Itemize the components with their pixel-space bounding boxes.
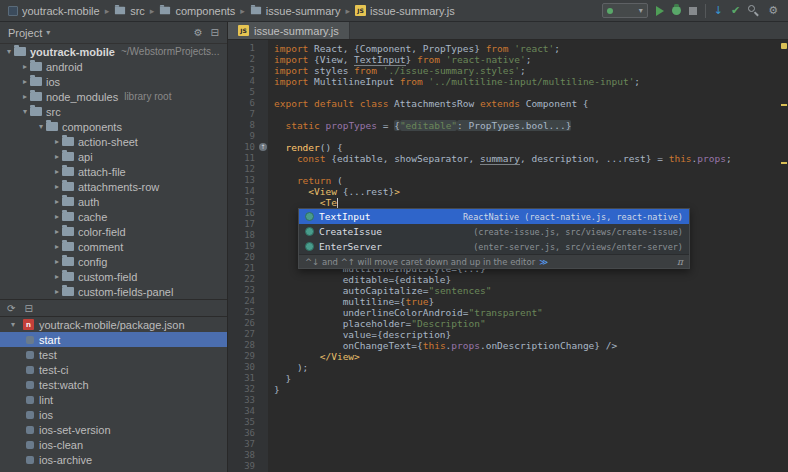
chevron-expanded-icon[interactable]: ▾: [20, 107, 30, 116]
hint-more-link[interactable]: ≫: [539, 257, 548, 267]
chevron-expanded-icon[interactable]: ▾: [8, 320, 18, 329]
code-line[interactable]: import styles from './issue-summary.styl…: [274, 65, 788, 76]
code-line[interactable]: render() {: [274, 142, 788, 153]
code-line[interactable]: }: [274, 373, 788, 384]
project-tree-item[interactable]: ▸cache: [0, 209, 227, 224]
code-line[interactable]: [274, 87, 788, 98]
npm-script-item[interactable]: test-ci: [0, 362, 227, 377]
stop-button[interactable]: [689, 7, 697, 15]
npm-script-item[interactable]: ios: [0, 407, 227, 422]
completion-item[interactable]: TextInputReactNative (react-native.js, r…: [299, 209, 689, 224]
project-tree-item[interactable]: ▸node_moduleslibrary root: [0, 89, 227, 104]
code-line[interactable]: return (: [274, 175, 788, 186]
code-line[interactable]: [274, 450, 788, 461]
project-tree-item[interactable]: ▸action-sheet: [0, 134, 227, 149]
code-line[interactable]: [274, 439, 788, 450]
project-tree-item[interactable]: ▸android: [0, 59, 227, 74]
project-tree-item[interactable]: ▸custom-fields-panel: [0, 284, 227, 299]
project-tree-item[interactable]: ▸ios: [0, 74, 227, 89]
code-line[interactable]: import MultilineInput from '../multiline…: [274, 76, 788, 87]
tab-issue-summary-js[interactable]: JS issue-summary.js: [228, 22, 350, 39]
run-config-dropdown[interactable]: ▾: [602, 3, 648, 18]
code-line[interactable]: import {View, TextInput} from 'react-nat…: [274, 54, 788, 65]
chevron-collapsed-icon[interactable]: ▸: [52, 227, 62, 236]
code-line[interactable]: value={description}: [274, 329, 788, 340]
code-line[interactable]: placeholder="Description": [274, 318, 788, 329]
code-line[interactable]: editable={editable}: [274, 274, 788, 285]
settings-gear-icon[interactable]: ⚙: [768, 5, 778, 16]
project-tree-item[interactable]: ▸attachments-row: [0, 179, 227, 194]
hide-panel-icon[interactable]: ⊟: [211, 27, 219, 38]
code-line[interactable]: [274, 406, 788, 417]
project-panel-header[interactable]: Project ▾ ⚙ ⊟: [0, 22, 227, 44]
chevron-collapsed-icon[interactable]: ▸: [52, 257, 62, 266]
completion-item[interactable]: EnterServer(enter-server.js, src/views/e…: [299, 239, 689, 254]
npm-script-item[interactable]: ios-archive: [0, 452, 227, 467]
completion-item[interactable]: CreateIssue(create-issue.js, src/views/c…: [299, 224, 689, 239]
code-line[interactable]: const {editable, showSeparator, summary,…: [274, 153, 788, 164]
code-line[interactable]: [274, 461, 788, 472]
breadcrumb-item[interactable]: src: [112, 5, 147, 17]
code-line[interactable]: multiline={true}: [274, 296, 788, 307]
project-tree-item[interactable]: ▸config: [0, 254, 227, 269]
vcs-commit-icon[interactable]: ✔: [731, 5, 740, 16]
npm-script-item[interactable]: lint: [0, 392, 227, 407]
npm-script-item[interactable]: ios-set-version: [0, 422, 227, 437]
code-line[interactable]: import React, {Component, PropTypes} fro…: [274, 43, 788, 54]
refresh-icon[interactable]: ⟳: [7, 303, 15, 314]
code-line[interactable]: );: [274, 362, 788, 373]
project-tree-item[interactable]: ▸attach-file: [0, 164, 227, 179]
npm-package-root[interactable]: ▾nyoutrack-mobile/package.json: [0, 317, 227, 332]
error-stripe[interactable]: [780, 40, 788, 472]
code-line[interactable]: static propTypes = {"editable": PropType…: [274, 120, 788, 131]
project-tree-item[interactable]: ▾src: [0, 104, 227, 119]
chevron-collapsed-icon[interactable]: ▸: [52, 167, 62, 176]
breadcrumb-item[interactable]: components: [157, 5, 237, 17]
breadcrumb-item[interactable]: youtrack-mobile: [6, 5, 102, 17]
project-tree-item[interactable]: ▸auth: [0, 194, 227, 209]
collapse-all-icon[interactable]: ⊟: [24, 303, 32, 314]
project-tree-item[interactable]: ▸custom-field: [0, 269, 227, 284]
warning-mark[interactable]: [781, 104, 787, 106]
project-tree-item[interactable]: ▾youtrack-mobile~/WebstormProjects...: [0, 44, 227, 59]
npm-script-item[interactable]: ios-clean: [0, 437, 227, 452]
chevron-collapsed-icon[interactable]: ▸: [52, 212, 62, 221]
code-line[interactable]: [274, 131, 788, 142]
npm-script-item[interactable]: start: [0, 332, 227, 347]
chevron-collapsed-icon[interactable]: ▸: [52, 272, 62, 281]
code-line[interactable]: [274, 164, 788, 175]
debug-button[interactable]: [672, 6, 681, 15]
breadcrumb-item[interactable]: issue-summary: [248, 5, 343, 17]
pi-sort-icon[interactable]: π: [677, 257, 683, 267]
warning-mark[interactable]: [781, 162, 787, 164]
project-tree-item[interactable]: ▸color-field: [0, 224, 227, 239]
project-tree-item[interactable]: ▾components: [0, 119, 227, 134]
code-line[interactable]: onChangeText={this.props.onDescriptionCh…: [274, 340, 788, 351]
chevron-collapsed-icon[interactable]: ▸: [20, 77, 30, 86]
project-tree-item[interactable]: ▸comment: [0, 239, 227, 254]
chevron-expanded-icon[interactable]: ▾: [36, 122, 46, 131]
code-line[interactable]: [274, 417, 788, 428]
chevron-expanded-icon[interactable]: ▾: [4, 47, 14, 56]
gear-icon[interactable]: ⚙: [194, 27, 203, 38]
code-line[interactable]: </View>: [274, 351, 788, 362]
code-line[interactable]: }: [274, 384, 788, 395]
search-everywhere-icon[interactable]: [748, 5, 760, 17]
breadcrumb-item[interactable]: JSissue-summary.js: [353, 5, 457, 17]
code-line[interactable]: export default class AttachmentsRow exte…: [274, 98, 788, 109]
chevron-collapsed-icon[interactable]: ▸: [52, 197, 62, 206]
project-tree-item[interactable]: ▸api: [0, 149, 227, 164]
code-line[interactable]: underlineColorAndroid="transparent": [274, 307, 788, 318]
npm-script-item[interactable]: test:watch: [0, 377, 227, 392]
chevron-collapsed-icon[interactable]: ▸: [52, 152, 62, 161]
chevron-collapsed-icon[interactable]: ▸: [52, 182, 62, 191]
code-line[interactable]: [274, 395, 788, 406]
code-line[interactable]: autoCapitalize="sentences": [274, 285, 788, 296]
chevron-collapsed-icon[interactable]: ▸: [52, 242, 62, 251]
chevron-collapsed-icon[interactable]: ▸: [20, 92, 30, 101]
npm-script-item[interactable]: test: [0, 347, 227, 362]
code-line[interactable]: [274, 428, 788, 439]
code-line[interactable]: [274, 109, 788, 120]
vcs-update-icon[interactable]: ↓: [714, 5, 723, 16]
code-line[interactable]: <View {...rest}>: [274, 186, 788, 197]
